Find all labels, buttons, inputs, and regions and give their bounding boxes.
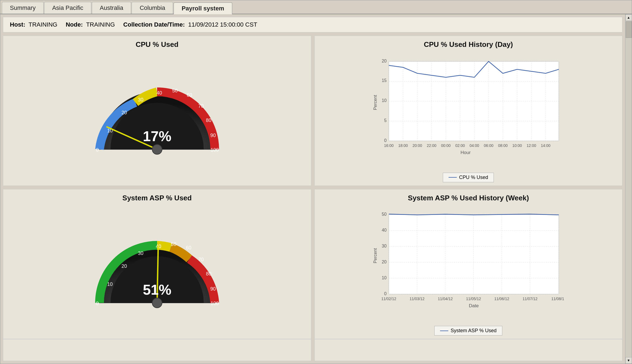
svg-text:06:00: 06:00 [484, 143, 494, 148]
svg-text:10:00: 10:00 [512, 143, 522, 148]
svg-text:00:00: 00:00 [441, 143, 451, 148]
cpu-history-title: CPU % Used History (Day) [424, 40, 513, 49]
svg-text:10: 10 [382, 275, 387, 280]
asp-gauge-panel: System ASP % Used [3, 189, 311, 339]
tab-columbia[interactable]: Columbia [132, 2, 173, 14]
scroll-down-btn[interactable]: ▼ [625, 357, 632, 364]
scrollbar-thumb[interactable] [626, 21, 632, 38]
cpu-gauge-container: 0 10 20 30 40 50 60 [8, 51, 307, 182]
svg-text:11/03/12: 11/03/12 [410, 297, 425, 301]
tab-australia[interactable]: Australia [92, 2, 131, 14]
svg-text:0: 0 [96, 147, 99, 153]
svg-text:Hour: Hour [461, 150, 471, 155]
asp-gauge-title: System ASP % Used [122, 194, 192, 202]
asp-history-panel: System ASP % Used History (Week) [314, 189, 623, 339]
asp-gauge-svg: 0 10 20 30 40 50 60 70 80 90 100 [91, 232, 223, 308]
asp-legend-label: System ASP % Used [450, 328, 497, 334]
cpu-gauge-svg: 0 10 20 30 40 50 60 [91, 78, 223, 155]
svg-text:20: 20 [121, 263, 127, 269]
svg-text:30: 30 [138, 251, 143, 256]
svg-text:20: 20 [121, 110, 127, 115]
svg-text:04:00: 04:00 [470, 143, 479, 148]
asp-history-title: System ASP % Used History (Week) [408, 194, 529, 202]
svg-text:100: 100 [211, 147, 219, 153]
svg-text:51%: 51% [143, 282, 171, 298]
scrollbar: ▲ ▼ [625, 14, 632, 364]
asp-legend-line [440, 331, 448, 331]
svg-text:50: 50 [172, 88, 178, 93]
svg-text:Date: Date [469, 303, 479, 308]
svg-text:80: 80 [206, 271, 211, 277]
bottom-strip [3, 339, 622, 361]
svg-text:11/06/12: 11/06/12 [494, 297, 509, 301]
svg-text:100: 100 [211, 301, 219, 306]
svg-point-64 [152, 298, 162, 308]
svg-text:15: 15 [382, 78, 387, 83]
cpu-gauge-title: CPU % Used [136, 40, 178, 49]
bottom-panel-right [314, 339, 623, 361]
node-value: TRAINING [86, 21, 115, 28]
node-label: Node: [66, 21, 83, 28]
asp-chart-wrapper: 0 10 20 30 40 50 Percent 11/02/12 11/03/… [319, 204, 618, 324]
svg-text:5: 5 [384, 118, 387, 123]
svg-text:11/05/12: 11/05/12 [466, 297, 481, 301]
svg-text:50: 50 [382, 212, 387, 217]
svg-text:80: 80 [206, 118, 211, 123]
svg-text:14:00: 14:00 [541, 143, 551, 148]
svg-text:17%: 17% [143, 128, 171, 144]
asp-gauge-container: 0 10 20 30 40 50 60 70 80 90 100 [8, 204, 307, 336]
svg-point-12 [152, 144, 162, 154]
tab-asia-pacific[interactable]: Asia Pacific [44, 2, 91, 14]
svg-text:20: 20 [382, 260, 387, 264]
tab-bar: Summary Asia Pacific Australia Columbia … [0, 0, 632, 14]
host-value: TRAINING [29, 21, 57, 28]
svg-text:11/08/12: 11/08/12 [551, 297, 564, 301]
svg-text:60: 60 [187, 92, 192, 98]
header-bar: Host: TRAINING Node: TRAINING Collection… [3, 17, 622, 32]
scroll-up-btn[interactable]: ▲ [625, 14, 632, 21]
svg-text:12:00: 12:00 [527, 143, 536, 148]
svg-text:20: 20 [382, 59, 387, 63]
svg-text:20:00: 20:00 [413, 143, 422, 148]
collection-label: Collection Date/Time: [123, 21, 185, 28]
svg-text:40: 40 [157, 90, 162, 96]
svg-text:11/02/12: 11/02/12 [381, 297, 396, 301]
svg-text:0: 0 [96, 301, 99, 306]
svg-text:10: 10 [107, 281, 113, 287]
svg-text:11/04/12: 11/04/12 [438, 297, 453, 301]
content-area: Host: TRAINING Node: TRAINING Collection… [0, 14, 625, 364]
svg-text:40: 40 [382, 228, 387, 232]
svg-text:02:00: 02:00 [455, 143, 465, 148]
svg-text:70: 70 [198, 257, 204, 262]
tab-summary[interactable]: Summary [2, 2, 44, 14]
svg-text:70: 70 [198, 103, 204, 109]
svg-text:Percent: Percent [373, 95, 378, 110]
svg-text:22:00: 22:00 [427, 143, 437, 148]
svg-text:90: 90 [210, 286, 216, 292]
svg-text:10: 10 [382, 98, 387, 103]
content-with-scroll: Host: TRAINING Node: TRAINING Collection… [0, 14, 632, 364]
svg-text:30: 30 [138, 97, 143, 103]
svg-text:16:00: 16:00 [384, 143, 394, 148]
cpu-legend-label: CPU % Used [459, 175, 488, 180]
svg-text:50: 50 [171, 241, 176, 247]
asp-legend: System ASP % Used [434, 326, 502, 335]
svg-text:18:00: 18:00 [398, 143, 408, 148]
main-container: Summary Asia Pacific Australia Columbia … [0, 0, 632, 364]
bottom-panel-left [3, 339, 311, 361]
svg-text:Percent: Percent [373, 248, 378, 263]
svg-text:90: 90 [210, 133, 216, 138]
svg-text:0: 0 [384, 138, 387, 143]
cpu-chart-wrapper: 0 5 10 15 20 Percent 16:00 18:00 20:00 2… [319, 51, 618, 170]
tab-payroll[interactable]: Payroll system [174, 2, 232, 14]
svg-text:0: 0 [384, 291, 387, 296]
cpu-legend-line [449, 177, 457, 178]
asp-chart-svg: 0 10 20 30 40 50 Percent 11/02/12 11/03/… [372, 212, 564, 316]
scrollbar-track[interactable] [625, 21, 632, 357]
host-label: Host: [10, 21, 25, 28]
cpu-legend: CPU % Used [443, 173, 494, 182]
cpu-history-panel: CPU % Used History (Day) [314, 36, 623, 186]
cpu-gauge-panel: CPU % Used [3, 36, 311, 186]
cpu-chart-svg: 0 5 10 15 20 Percent 16:00 18:00 20:00 2… [372, 59, 564, 163]
svg-text:60: 60 [186, 245, 191, 251]
